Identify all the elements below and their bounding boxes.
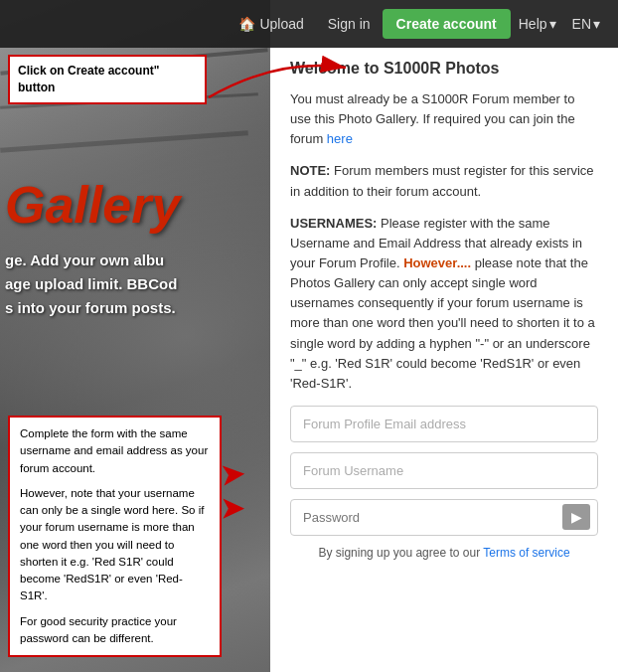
username-form-group bbox=[290, 452, 598, 489]
create-account-button[interactable]: Create account bbox=[383, 9, 511, 39]
panel-note-text: NOTE: Forum members must register for th… bbox=[290, 161, 598, 201]
help-nav-item[interactable]: Help ▾ bbox=[511, 10, 564, 38]
username-input[interactable] bbox=[290, 452, 598, 489]
help-label: Help bbox=[519, 16, 547, 32]
arrow-to-email: ➤ bbox=[220, 457, 245, 492]
annotation-top-box: Click on Create account" button bbox=[8, 55, 207, 104]
lang-label: EN bbox=[572, 16, 591, 32]
annotation-bottom-para2: However, note that your username can onl… bbox=[20, 485, 210, 605]
navbar: 🏠 Upload Sign in Create account Help ▾ E… bbox=[0, 0, 618, 48]
note-body: Forum members must register for this ser… bbox=[290, 163, 594, 198]
annotation-bottom-box: Complete the form with the same username… bbox=[8, 416, 222, 657]
terms-prefix: By signing up you agree to our bbox=[318, 546, 483, 560]
gallery-title: Gallery bbox=[5, 179, 180, 231]
gallery-line1: ge. Add your own albu bbox=[5, 249, 253, 272]
annotation-bottom-para3: For good security practice your password… bbox=[20, 613, 210, 648]
password-input[interactable] bbox=[290, 499, 598, 536]
gallery-subtitle: ge. Add your own albu age upload limit. … bbox=[5, 249, 253, 320]
note-label: NOTE: bbox=[290, 163, 330, 178]
password-toggle-button[interactable]: ▶ bbox=[562, 504, 590, 530]
eye-icon: ▶ bbox=[571, 509, 582, 525]
signin-nav-item[interactable]: Sign in bbox=[316, 10, 383, 38]
forum-here-link[interactable]: here bbox=[327, 131, 353, 146]
gallery-line3: s into your forum posts. bbox=[5, 296, 253, 320]
however-text: However.... bbox=[403, 255, 471, 270]
email-form-group bbox=[290, 406, 598, 442]
gallery-line2: age upload limit. BBCod bbox=[5, 272, 253, 296]
arrow-to-create-account bbox=[199, 48, 358, 107]
annotation-bottom-para1: Complete the form with the same username… bbox=[20, 425, 210, 477]
signin-label: Sign in bbox=[328, 16, 371, 32]
however-detail: please note that the Photos Gallery can … bbox=[290, 255, 595, 391]
lang-chevron-icon: ▾ bbox=[593, 16, 600, 32]
terms-text: By signing up you agree to our Terms of … bbox=[290, 546, 598, 560]
email-input[interactable] bbox=[290, 406, 598, 442]
password-form-group: ▶ bbox=[290, 499, 598, 536]
upload-label: Upload bbox=[259, 16, 303, 32]
home-icon: 🏠 bbox=[238, 16, 255, 32]
annotation-top-text: Click on Create account" button bbox=[18, 64, 159, 94]
upload-nav-item[interactable]: 🏠 Upload bbox=[227, 10, 315, 38]
help-chevron-icon: ▾ bbox=[549, 16, 556, 32]
panel-usernames-text: USERNAMES: Please register with the same… bbox=[290, 214, 598, 394]
lang-nav-item[interactable]: EN ▾ bbox=[564, 10, 608, 38]
arrow-to-username: ➤ bbox=[221, 492, 243, 525]
terms-link[interactable]: Terms of service bbox=[483, 546, 569, 560]
usernames-label: USERNAMES: bbox=[290, 216, 377, 231]
